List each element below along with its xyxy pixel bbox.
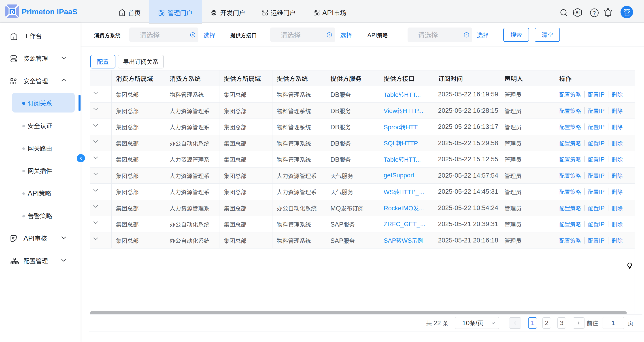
svg-text:AI: AI [576,10,580,15]
svg-text:?: ? [593,10,596,16]
svg-text:p: p [10,8,14,15]
